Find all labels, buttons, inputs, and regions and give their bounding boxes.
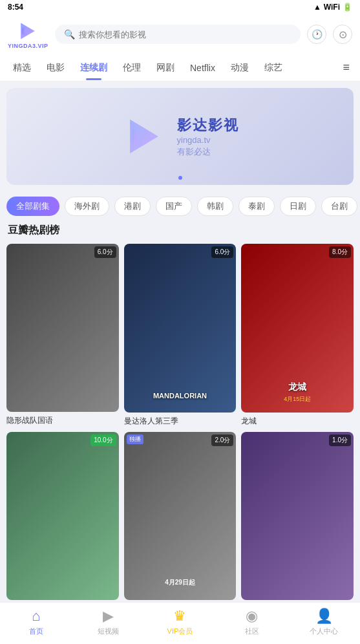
tab-zongyi[interactable]: 综艺 xyxy=(257,56,290,80)
list-item[interactable]: 6.0分 隐形战队国语 xyxy=(6,244,119,427)
settings-icon: ⊙ xyxy=(339,28,347,41)
card-label-1: 隐形战队国语 xyxy=(6,415,119,426)
card-thumb-6: 1.0分 xyxy=(241,432,354,601)
card-thumb-3: 龙城 4月15日起 8.0分 xyxy=(241,244,354,413)
video-label: 短视频 xyxy=(98,627,119,636)
thumb-bg-2: MANDALORIAN xyxy=(124,244,237,413)
banner[interactable]: 影达影视 yingda.tv 有影必达 xyxy=(6,88,354,185)
thumb-bg-1 xyxy=(6,244,119,412)
bottom-nav-community[interactable]: ◉ 社区 xyxy=(234,608,270,636)
list-item[interactable]: 4月29日起 2.0分 独播 破事精英第二季 xyxy=(124,432,237,615)
tab-wangju[interactable]: 网剧 xyxy=(149,56,182,80)
card-thumb-5: 4月29日起 2.0分 独播 xyxy=(124,432,237,601)
home-icon: ⌂ xyxy=(32,608,40,625)
chip-guochan[interactable]: 国产 xyxy=(156,197,192,216)
vip-label: VIP会员 xyxy=(167,627,193,636)
card-score-2: 6.0分 xyxy=(211,246,233,258)
chip-riju[interactable]: 日剧 xyxy=(280,197,316,216)
settings-button[interactable]: ⊙ xyxy=(333,25,352,44)
douban-section: 豆瓣热剧榜 6.0分 隐形战队国语 MANDALORIAN 6.0分 曼达洛人第… xyxy=(0,221,360,641)
chip-gang[interactable]: 港剧 xyxy=(114,197,151,216)
profile-icon: 👤 xyxy=(315,608,333,625)
card-thumb-2: MANDALORIAN 6.0分 xyxy=(124,244,237,413)
bottom-nav-profile[interactable]: 👤 个人中心 xyxy=(306,608,342,636)
tab-netflix[interactable]: Netflix xyxy=(182,56,223,80)
search-bar[interactable]: 🔍 xyxy=(55,25,301,44)
header-actions: 🕐 ⊙ xyxy=(307,25,352,44)
card-score-4: 10.0分 xyxy=(90,435,116,446)
thumb-bg-4 xyxy=(6,432,119,600)
tab-jingxuan[interactable]: 精选 xyxy=(5,56,39,80)
banner-dot-1 xyxy=(178,176,182,180)
douban-grid: 6.0分 隐形战队国语 MANDALORIAN 6.0分 曼达洛人第三季 龙城 xyxy=(6,244,354,614)
signal-icon: ▲ xyxy=(313,3,321,12)
bottom-nav-vip[interactable]: ♛ VIP会员 xyxy=(162,608,198,636)
nav-tabs: 精选 电影 连续剧 伦理 网剧 Netflix 动漫 综艺 ≡ xyxy=(0,54,360,81)
card-tag-5: 独播 xyxy=(127,435,143,444)
status-icons: ▲ WiFi 🔋 xyxy=(313,3,352,12)
banner-content: 影达影视 yingda.tv 有影必达 xyxy=(122,114,239,159)
douban-section-title: 豆瓣热剧榜 xyxy=(6,224,354,237)
list-item[interactable]: 10.0分 漫长的季节 xyxy=(6,432,119,615)
tab-dianying[interactable]: 电影 xyxy=(39,56,72,80)
banner-title-cn: 影达影视 xyxy=(177,116,239,135)
history-button[interactable]: 🕐 xyxy=(307,25,326,44)
svg-rect-1 xyxy=(22,28,25,35)
banner-dots xyxy=(178,176,182,180)
card-label-2: 曼达洛人第三季 xyxy=(124,416,237,427)
tab-dongman[interactable]: 动漫 xyxy=(223,56,257,80)
banner-title-en: yingda.tv xyxy=(177,135,239,145)
list-item[interactable]: 龙城 4月15日起 8.0分 龙城 xyxy=(241,244,354,427)
chip-taiju2[interactable]: 台剧 xyxy=(321,197,357,216)
banner-subtitle: 有影必达 xyxy=(177,146,239,158)
svg-rect-3 xyxy=(131,130,136,144)
community-icon: ◉ xyxy=(246,608,258,625)
tab-lianxuju[interactable]: 连续剧 xyxy=(72,56,115,80)
card-score-3: 8.0分 xyxy=(329,246,351,258)
thumb-bg-3: 龙城 4月15日起 xyxy=(241,244,354,413)
thumb-bg-6 xyxy=(241,432,354,601)
logo-sub-text: YINGDA3.VIP xyxy=(8,43,48,49)
card-score-5: 2.0分 xyxy=(211,435,233,446)
home-label: 首页 xyxy=(29,627,43,636)
bottom-nav-video[interactable]: ▶ 短视频 xyxy=(90,608,126,636)
logo-area: YINGDA3.VIP xyxy=(8,19,48,49)
list-item[interactable]: MANDALORIAN 6.0分 曼达洛人第三季 xyxy=(124,244,237,427)
chip-taiju[interactable]: 泰剧 xyxy=(238,197,275,216)
status-bar: 8:54 ▲ WiFi 🔋 xyxy=(0,0,360,14)
vip-icon: ♛ xyxy=(173,608,186,625)
profile-label: 个人中心 xyxy=(310,627,338,636)
card-score-1: 6.0分 xyxy=(94,246,116,258)
filter-chips: 全部剧集 海外剧 港剧 国产 韩剧 泰剧 日剧 台剧 xyxy=(0,191,360,221)
search-input[interactable] xyxy=(79,30,291,39)
status-time: 8:54 xyxy=(8,3,23,12)
search-icon: 🔍 xyxy=(64,29,75,39)
header: YINGDA3.VIP 🔍 🕐 ⊙ xyxy=(0,14,360,54)
chip-hanju[interactable]: 韩剧 xyxy=(197,197,233,216)
card-score-6: 1.0分 xyxy=(329,435,351,446)
community-label: 社区 xyxy=(245,627,259,636)
video-icon: ▶ xyxy=(103,608,114,625)
history-icon: 🕐 xyxy=(312,29,323,39)
list-item[interactable]: 1.0分 长月烬明 xyxy=(241,432,354,615)
chip-all[interactable]: 全部剧集 xyxy=(6,197,59,216)
banner-text: 影达影视 yingda.tv 有影必达 xyxy=(177,116,239,158)
bottom-nav-home[interactable]: ⌂ 首页 xyxy=(18,608,54,636)
banner-logo-icon xyxy=(122,114,167,159)
chip-haiwai[interactable]: 海外剧 xyxy=(65,197,109,216)
tab-lunli[interactable]: 伦理 xyxy=(115,56,149,80)
app-logo-icon xyxy=(16,19,39,43)
card-label-3: 龙城 xyxy=(241,416,354,427)
battery-icon: 🔋 xyxy=(343,3,352,12)
wifi-icon: WiFi xyxy=(324,3,340,12)
card-thumb-4: 10.0分 xyxy=(6,432,119,600)
thumb-bg-5: 4月29日起 xyxy=(124,432,237,601)
card-thumb-1: 6.0分 xyxy=(6,244,119,412)
nav-more-button[interactable]: ≡ xyxy=(337,54,355,81)
bottom-nav: ⌂ 首页 ▶ 短视频 ♛ VIP会员 ◉ 社区 👤 个人中心 xyxy=(0,602,360,644)
